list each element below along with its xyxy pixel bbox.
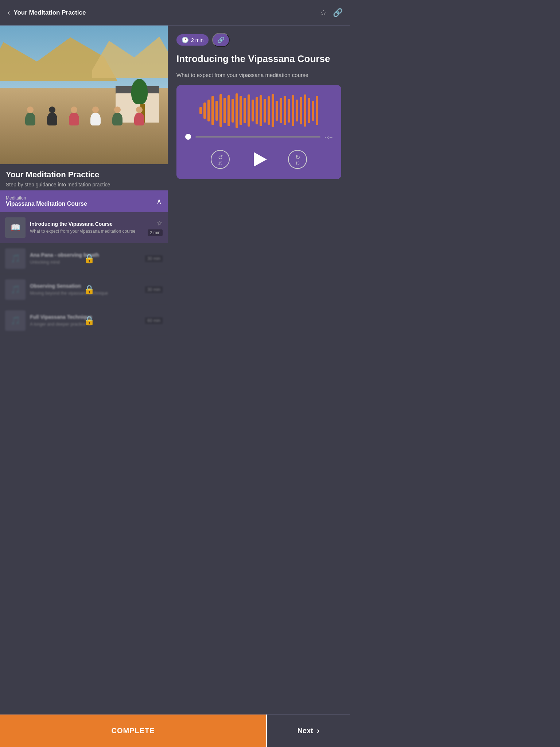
wave-bar [240,96,242,125]
wave-bar [228,95,230,126]
wave-bar [280,98,282,123]
item-duration: 30 min [145,255,163,262]
playlist-category: Meditation [6,196,87,201]
wave-bar [276,101,278,121]
right-panel: 🕐 2 min 🔗 Introducing the Vipassana Cour… [168,26,350,341]
wave-bar [308,98,310,123]
meta-row: 🕐 2 min 🔗 [176,33,341,47]
wave-bar [300,97,302,124]
wave-bar [312,101,314,121]
duration-value: 2 min [191,37,203,43]
left-panel: Your Meditation Practice Step by step gu… [0,26,168,341]
wave-bar [296,100,298,121]
wave-bar [199,107,202,114]
content-description: What to expect from your vipassana medit… [176,71,341,80]
progress-bar[interactable] [195,136,320,138]
play-icon [254,152,267,167]
wave-bar [288,99,290,123]
main-layout: Your Meditation Practice Step by step gu… [0,26,350,341]
progress-time: --:-- [325,134,332,140]
wave-bar [264,99,266,123]
item-thumbnail: 🎵 [5,279,26,300]
wave-bar [232,99,234,123]
waveform [185,96,332,125]
item-duration: 60 min [145,317,163,324]
clock-icon: 🕐 [182,36,189,43]
forward-button[interactable]: ↻ 15 [288,150,307,169]
wave-bar [219,94,222,127]
playlist-name: Vipassana Meditation Course [6,201,87,207]
playlist-section: Meditation Vipassana Meditation Course ∧… [0,190,168,341]
course-subtitle: Step by step guidance into meditation pr… [6,182,162,187]
item-thumbnail: 🎵 [5,248,26,269]
rewind-button[interactable]: ↺ 15 [211,150,230,169]
course-image [0,26,168,164]
header-left: ‹ Your Meditation Practice [7,8,86,18]
playlist-item[interactable]: 🎵 Ana Pana - observing breath Unlocking … [0,243,168,274]
item-duration: 30 min [145,286,163,293]
progress-handle[interactable] [185,134,191,140]
forward-label: 15 [295,161,299,165]
wave-bar [316,96,318,125]
wave-bar [215,101,218,121]
bookmark-button[interactable]: ☆ [320,8,327,18]
rewind-label: 15 [218,161,222,165]
link-button[interactable]: 🔗 [212,33,230,47]
content-title: Introducing the Vipassana Course [176,53,341,65]
wave-bar [203,102,206,119]
course-info: Your Meditation Practice Step by step gu… [0,164,168,190]
playlist-items: 📖 Introducing the Vipassana Course What … [0,212,168,336]
item-thumbnail: 📖 [5,217,26,238]
wave-bar [292,95,294,126]
share-button[interactable]: 🔗 [333,8,343,18]
item-duration: 2 min [148,229,163,236]
play-button[interactable] [248,148,270,170]
wave-bar [244,98,246,123]
wave-bar [268,96,270,125]
header-title: Your Meditation Practice [13,9,86,16]
wave-bar [256,97,258,124]
wave-bar [248,94,250,127]
wave-bar [211,96,214,125]
wave-bar [272,94,274,127]
playlist-item[interactable]: 🎵 Full Vipassana Technique A longer and … [0,305,168,336]
item-description: What to expect from your vipassana medit… [30,229,143,235]
favorite-icon[interactable]: ☆ [157,219,163,227]
playlist-header[interactable]: Meditation Vipassana Meditation Course ∧ [0,190,168,212]
audio-player: --:-- ↺ 15 ↻ 15 [176,85,341,179]
header-icons: ☆ 🔗 [320,8,343,18]
player-controls: ↺ 15 ↻ 15 [185,148,332,170]
wave-bar [252,100,254,121]
course-title: Your Meditation Practice [6,170,162,179]
progress-row[interactable]: --:-- [185,134,332,140]
header: ‹ Your Meditation Practice ☆ 🔗 [0,0,350,26]
duration-badge: 🕐 2 min [176,34,209,46]
chevron-up-icon: ∧ [156,197,162,206]
wave-bar [284,96,286,125]
wave-bar [236,93,238,128]
wave-bar [223,98,226,123]
wave-bar [260,95,262,126]
back-button[interactable]: ‹ [7,8,10,18]
playlist-item[interactable]: 🎵 Observing Sensation Moving beyond the … [0,274,168,305]
wave-bar [207,100,210,121]
wave-bar [304,94,306,127]
playlist-item[interactable]: 📖 Introducing the Vipassana Course What … [0,212,168,243]
item-title: Introducing the Vipassana Course [30,221,143,227]
item-thumbnail: 🎵 [5,310,26,331]
